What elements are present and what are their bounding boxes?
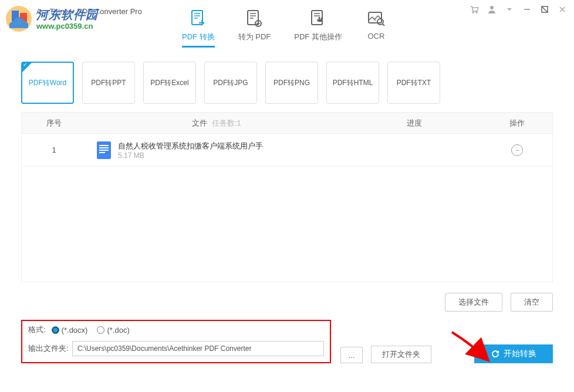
watermark-url: www.pc0359.cn xyxy=(36,22,98,31)
minimize-icon[interactable] xyxy=(522,5,532,16)
format-pdf-to-word[interactable]: PDF转Word xyxy=(21,62,74,104)
task-count: 任务数:1 xyxy=(212,119,241,127)
format-pdf-to-ppt[interactable]: PDF转PPT xyxy=(82,62,135,104)
window-controls xyxy=(470,5,567,16)
filename: 自然人税收管理系统扣缴客户端系统用户手 xyxy=(118,141,263,151)
radio-docx[interactable]: (*.docx) xyxy=(52,326,88,334)
format-pdf-to-html[interactable]: PDF转HTML xyxy=(326,62,379,104)
format-pdf-to-jpg[interactable]: PDF转JPG xyxy=(204,62,257,104)
tab-to-pdf[interactable]: 转为 PDF xyxy=(238,8,271,48)
tab-pdf-other[interactable]: PDF 其他操作 xyxy=(294,8,342,48)
doc-icon xyxy=(96,140,112,160)
table-row: 1 自然人税收管理系统扣缴客户端系统用户手 5.17 MB − xyxy=(22,134,552,167)
svg-point-9 xyxy=(472,12,474,13)
user-icon[interactable] xyxy=(487,5,497,16)
svg-rect-14 xyxy=(99,145,109,146)
output-folder-input[interactable] xyxy=(72,341,324,356)
format-pdf-to-txt[interactable]: PDF转TXT xyxy=(387,62,440,104)
col-file: 文件 任务数:1 xyxy=(86,118,347,129)
row-index: 1 xyxy=(22,146,86,154)
tab-ocr[interactable]: OCR xyxy=(366,8,387,48)
svg-point-11 xyxy=(490,6,494,9)
watermark-text: 河东软件园 www.pc0359.cn xyxy=(36,7,98,31)
svg-point-10 xyxy=(476,12,477,13)
format-pdf-to-excel[interactable]: PDF转Excel xyxy=(143,62,196,104)
format-row: 格式: (*.docx) (*.doc) xyxy=(28,325,324,335)
dropdown-icon[interactable] xyxy=(505,5,514,16)
tab-label: 转为 PDF xyxy=(238,32,271,42)
svg-rect-4 xyxy=(248,11,258,25)
tab-label: OCR xyxy=(367,32,384,40)
remove-icon[interactable]: − xyxy=(511,144,523,156)
file-info: 自然人税收管理系统扣缴客户端系统用户手 5.17 MB xyxy=(118,141,263,160)
logo-area: 河东软件园 www.pc0359.cn xyxy=(0,5,98,33)
radio-doc[interactable]: (*.doc) xyxy=(97,326,129,334)
output-settings-highlight: 格式: (*.docx) (*.doc) 输出文件夹: xyxy=(21,320,331,363)
select-file-button[interactable]: 选择文件 xyxy=(445,293,502,312)
action-buttons: 选择文件 清空 xyxy=(0,282,574,312)
tab-label: PDF 其他操作 xyxy=(294,32,342,42)
svg-rect-6 xyxy=(312,11,322,25)
output-folder-label: 输出文件夹: xyxy=(28,343,69,354)
row-operation: − xyxy=(482,144,552,156)
output-folder-row: 输出文件夹: xyxy=(28,341,324,356)
clear-button[interactable]: 清空 xyxy=(511,293,553,312)
svg-point-8 xyxy=(377,19,383,25)
document-hand-icon xyxy=(308,8,329,29)
bottom-area: 格式: (*.docx) (*.doc) 输出文件夹: ... 打开文件夹 开始… xyxy=(0,312,574,363)
image-search-icon xyxy=(366,8,387,29)
main-tabs: PDF 转换 转为 PDF PDF 其他操作 OCR xyxy=(182,8,387,48)
refresh-icon xyxy=(491,349,500,359)
tab-label: PDF 转换 xyxy=(182,32,215,42)
tab-pdf-convert[interactable]: PDF 转换 xyxy=(182,8,215,48)
svg-rect-16 xyxy=(99,150,109,151)
format-tiles: PDF转Word PDF转PPT PDF转Excel PDF转JPG PDF转P… xyxy=(0,50,574,112)
file-cell: 自然人税收管理系统扣缴客户端系统用户手 5.17 MB xyxy=(86,140,347,160)
close-icon[interactable] xyxy=(558,5,567,16)
cart-icon[interactable] xyxy=(470,5,479,16)
file-table: 序号 文件 任务数:1 进度 操作 1 自然人税收管理系统扣缴客户端系统用户手 … xyxy=(21,112,553,282)
svg-rect-17 xyxy=(99,152,105,153)
open-folder-button[interactable]: 打开文件夹 xyxy=(371,346,431,363)
header: 河东软件园 www.pc0359.cn AceThinker PDF Conve… xyxy=(0,0,574,50)
logo-icon xyxy=(5,5,33,33)
format-pdf-to-png[interactable]: PDF转PNG xyxy=(265,62,318,104)
col-operation: 操作 xyxy=(482,118,552,129)
filesize: 5.17 MB xyxy=(118,151,263,160)
start-convert-button[interactable]: 开始转换 xyxy=(474,344,553,363)
svg-rect-15 xyxy=(99,147,109,148)
document-add-icon xyxy=(244,8,265,29)
document-convert-icon xyxy=(188,8,209,29)
maximize-icon[interactable] xyxy=(540,5,549,16)
col-progress: 进度 xyxy=(347,118,482,129)
browse-button[interactable]: ... xyxy=(340,347,363,363)
format-label: 格式: xyxy=(28,325,46,335)
table-header: 序号 文件 任务数:1 进度 操作 xyxy=(22,113,552,134)
watermark-cn: 河东软件园 xyxy=(36,7,98,23)
col-index: 序号 xyxy=(22,118,86,129)
